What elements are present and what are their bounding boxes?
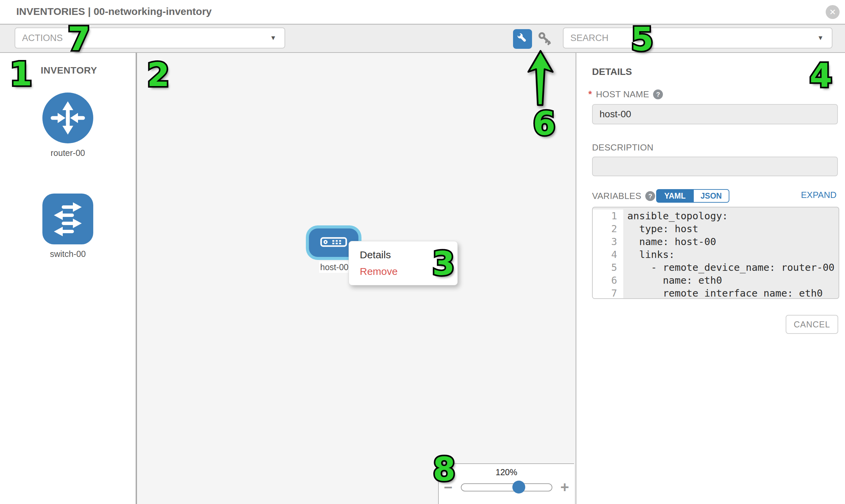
configure-topology-button[interactable] — [513, 29, 532, 49]
required-asterisk: * — [588, 89, 592, 100]
zoom-level-value: 120% — [439, 467, 574, 477]
help-icon[interactable]: ? — [653, 89, 663, 99]
help-glyph: ? — [648, 193, 652, 200]
line-number: 2 — [593, 222, 623, 235]
editor-line: 2 type: host — [593, 222, 839, 235]
zoom-slider-handle[interactable] — [512, 481, 525, 493]
line-number: 4 — [593, 248, 623, 261]
editor-line: 6 name: eth0 — [593, 274, 839, 287]
sidebar-item-label: router-00 — [42, 148, 93, 158]
host-icon — [320, 237, 347, 249]
line-text: type: host — [623, 222, 699, 235]
help-icon[interactable]: ? — [645, 191, 655, 201]
editor-line: 3 name: host-00 — [593, 235, 839, 248]
host-name-label: HOST NAME — [596, 89, 649, 100]
zoom-control: 120% − + — [438, 463, 574, 504]
toolbar: ACTIONS ▼ SEARCH ▼ — [0, 24, 845, 53]
key-credentials-button[interactable] — [537, 32, 553, 47]
chevron-down-icon: ▼ — [270, 34, 276, 42]
sidebar-item-label: switch-00 — [42, 249, 93, 259]
line-number: 3 — [593, 235, 623, 248]
sidebar-title: INVENTORY — [41, 65, 97, 76]
description-label: DESCRIPTION — [592, 142, 653, 153]
json-toggle-button[interactable]: JSON — [694, 189, 729, 203]
variables-format-toggle: YAML JSON — [656, 189, 729, 203]
editor-line: 4 links: — [593, 248, 839, 261]
actions-dropdown[interactable]: ACTIONS ▼ — [15, 28, 285, 49]
search-dropdown-label: SEARCH — [564, 33, 817, 43]
editor-line: 1 ansible_topology: — [593, 208, 839, 222]
line-text: remote_interface_name: eth0 — [623, 287, 823, 299]
cancel-button[interactable]: CANCEL — [786, 315, 838, 334]
zoom-slider-track[interactable] — [461, 483, 552, 491]
line-text: - remote_device_name: router-00 — [623, 261, 834, 274]
router-icon — [42, 139, 93, 144]
line-number: 1 — [593, 210, 623, 222]
expand-link[interactable]: EXPAND — [801, 190, 837, 200]
page-header: INVENTORIES | 00-networking-inventory ✕ — [0, 0, 845, 24]
line-number: 7 — [593, 287, 623, 299]
sidebar-item-switch[interactable]: switch-00 — [42, 194, 93, 259]
description-input[interactable] — [592, 157, 838, 176]
zoom-in-button[interactable]: + — [561, 480, 569, 495]
line-number: 6 — [593, 274, 623, 287]
actions-dropdown-label: ACTIONS — [15, 33, 270, 43]
variables-label: VARIABLES — [592, 191, 641, 201]
menu-item-details[interactable]: Details — [360, 249, 457, 260]
wrench-icon — [516, 32, 529, 46]
details-panel-title: DETAILS — [592, 67, 632, 77]
help-glyph: ? — [656, 91, 660, 98]
breadcrumb: INVENTORIES | 00-networking-inventory — [16, 6, 212, 17]
switch-icon — [42, 240, 93, 246]
zoom-out-button[interactable]: − — [444, 480, 453, 495]
key-icon — [537, 31, 553, 48]
sidebar-item-router[interactable]: router-00 — [42, 92, 93, 158]
editor-line: 5 - remote_device_name: router-00 — [593, 261, 839, 274]
search-dropdown[interactable]: SEARCH ▼ — [563, 28, 832, 49]
chevron-down-icon: ▼ — [817, 34, 824, 42]
host-name-input[interactable] — [592, 104, 838, 124]
menu-item-remove[interactable]: Remove — [360, 266, 457, 277]
variables-code-editor[interactable]: 1 ansible_topology: 2 type: host 3 name:… — [592, 207, 839, 299]
close-glyph: ✕ — [829, 7, 836, 17]
yaml-toggle-button[interactable]: YAML — [656, 189, 694, 203]
line-text: ansible_topology: — [623, 210, 728, 222]
node-context-menu: Details Remove — [349, 241, 458, 285]
line-text: name: host-00 — [623, 235, 716, 248]
close-icon[interactable]: ✕ — [826, 5, 840, 19]
line-text: name: eth0 — [623, 274, 722, 287]
host-name-label-row: * HOST NAME ? — [588, 89, 663, 100]
editor-line: 7 remote_interface_name: eth0 — [593, 287, 839, 299]
description-label-row: DESCRIPTION — [592, 142, 653, 153]
line-text: links: — [623, 248, 675, 261]
host-node-label: host-00 — [319, 261, 350, 273]
line-number: 5 — [593, 261, 623, 274]
variables-label-row: VARIABLES ? — [592, 191, 655, 201]
